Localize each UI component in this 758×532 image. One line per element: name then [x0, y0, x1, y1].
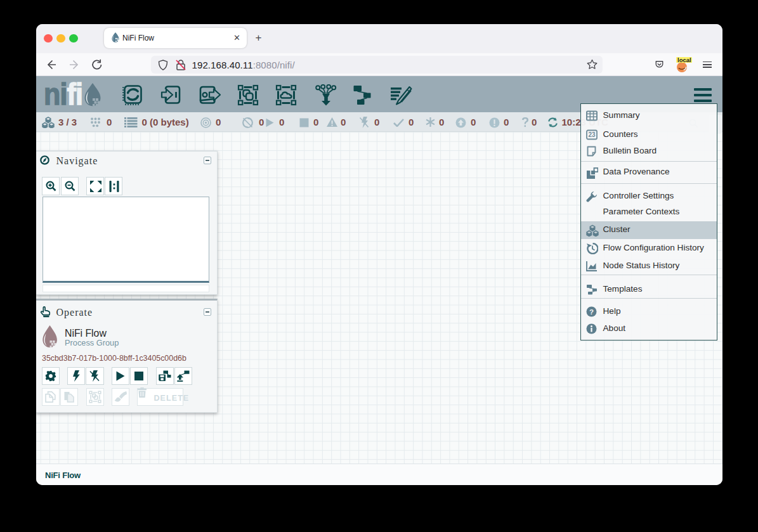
svg-text:?: ? — [589, 308, 593, 316]
svg-text:23: 23 — [588, 131, 596, 138]
